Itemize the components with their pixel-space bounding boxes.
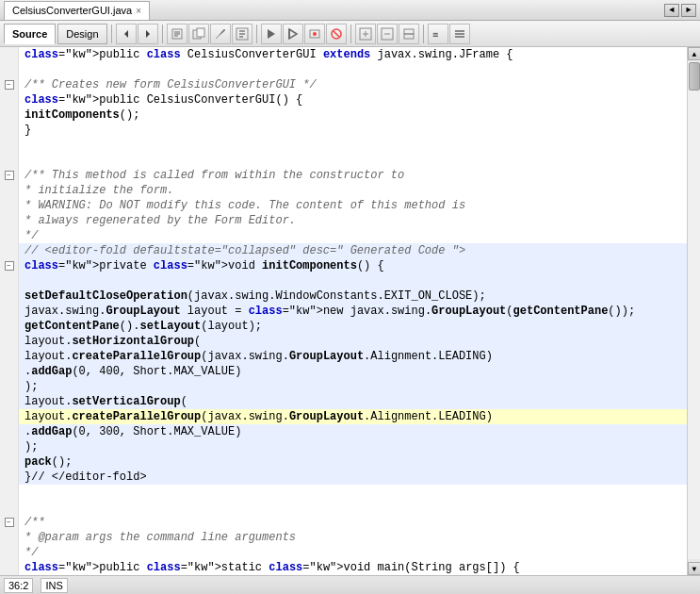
code-scroll-area[interactable]: class="kw">public class CelsiusConverter… [0,47,687,575]
toolbar-separator-2 [162,25,163,43]
line-content-12: * always regenerated by the Form Editor. [19,213,687,228]
fold-btn-15[interactable]: − [5,261,14,271]
btn-12[interactable]: ≡ [428,24,448,44]
fold-btn-32[interactable]: − [5,518,14,527]
line-content-30 [19,485,687,500]
code-line-13: */ [0,228,687,243]
svg-rect-25 [404,34,414,39]
line-content-14: // <editor-fold defaultstate="collapsed"… [19,243,687,258]
code-line-32: − /** [0,515,687,530]
code-line-2 [0,62,687,77]
code-line-4: class="kw">public CelsiusConverterGUI() … [0,92,687,107]
title-bar: CelsiusConverterGUI.java × ◄ ► [0,0,700,21]
code-line-6: } [0,123,687,138]
line-content-2 [19,62,687,77]
svg-marker-13 [289,29,297,39]
line-content-5: initComponents(); [19,107,687,123]
line-content-23: ); [19,379,687,394]
code-line-24: layout.setVerticalGroup( [0,394,687,409]
btn-13[interactable] [449,24,470,44]
svg-marker-12 [268,29,275,39]
gutter-cell-7 [0,138,19,153]
btn-5[interactable] [261,24,282,44]
edit-buttons-1 [167,24,252,44]
code-line-21: layout.createParallelGroup(javax.swing.G… [0,349,687,364]
forward-button[interactable] [138,24,158,44]
code-lines: class="kw">public class CelsiusConverter… [0,47,687,575]
code-line-7 [0,138,687,153]
code-line-8 [0,153,687,168]
gutter-cell-2 [0,62,19,77]
gutter-cell-17 [0,289,19,304]
toolbar-separator-5 [423,25,424,43]
btn-6[interactable] [283,24,303,44]
code-line-16 [0,273,687,289]
code-line-23: ); [0,379,687,394]
line-content-9: /** This method is called from within th… [19,168,687,183]
gutter-cell-24 [0,394,19,409]
code-line-12: * always regenerated by the Form Editor. [0,213,687,228]
code-line-14: // <editor-fold defaultstate="collapsed"… [0,243,687,258]
btn-10[interactable] [377,24,398,44]
btn-3[interactable] [210,24,231,44]
gutter-cell-14 [0,243,19,258]
gutter-cell-3: − [0,77,19,92]
line-content-32: /** [19,515,687,530]
line-content-4: class="kw">public CelsiusConverterGUI() … [19,92,687,107]
scroll-down-arrow[interactable]: ▼ [688,562,700,575]
svg-rect-24 [404,29,414,34]
code-line-29: }// </editor-fold> [0,470,687,485]
file-tab[interactable]: CelsiusConverterGUI.java × [4,1,150,20]
line-content-22: .addGap(0, 400, Short.MAX_VALUE) [19,364,687,379]
btn-8[interactable] [326,24,347,44]
btn-9[interactable] [355,24,376,44]
code-line-19: getContentPane().setLayout(layout); [0,319,687,334]
gutter-cell-18 [0,304,19,319]
code-line-17: setDefaultCloseOperation(javax.swing.Win… [0,289,687,304]
line-content-7 [19,138,687,153]
source-tab[interactable]: Source [4,24,56,44]
line-content-15: class="kw">private class="kw">void initC… [19,258,687,273]
design-tab[interactable]: Design [57,24,106,44]
fold-btn-3[interactable]: − [5,80,14,90]
btn-4[interactable] [232,24,252,44]
svg-point-16 [313,32,317,36]
scroll-track[interactable] [688,60,700,559]
line-content-1: class="kw">public class CelsiusConverter… [19,47,687,62]
gutter-cell-30 [0,485,19,500]
line-content-16 [19,273,687,289]
gutter-cell-13 [0,228,19,243]
line-content-33: * @param args the command line arguments [19,530,687,545]
gutter-cell-15: − [0,258,19,273]
gutter-cell-34 [0,545,19,560]
scrollbar-right[interactable]: ▲ ▼ [687,47,700,575]
prev-window-btn[interactable]: ◄ [664,4,679,17]
fold-btn-9[interactable]: − [5,171,14,180]
gutter-cell-16 [0,273,19,289]
gutter-cell-12 [0,213,19,228]
line-content-6: } [19,123,687,138]
gutter-cell-1 [0,47,19,62]
next-window-btn[interactable]: ► [681,4,696,17]
file-tab-name: CelsiusConverterGUI.java [12,5,132,16]
btn-11[interactable] [399,24,419,44]
btn-7[interactable] [304,24,325,44]
close-icon[interactable]: × [136,6,141,16]
line-content-34: */ [19,545,687,560]
back-button[interactable] [116,24,137,44]
line-content-3: /** Creates new form CelsiusConverterGUI… [19,77,687,92]
gutter-cell-22 [0,364,19,379]
line-content-31 [19,500,687,515]
btn-1[interactable] [167,24,187,44]
code-line-15: − class="kw">private class="kw">void ini… [0,258,687,273]
line-content-19: getContentPane().setLayout(layout); [19,319,687,334]
gutter-cell-31 [0,500,19,515]
scroll-up-arrow[interactable]: ▲ [688,47,700,60]
svg-marker-0 [124,30,128,38]
status-bar: 36:2 INS [0,575,700,594]
insert-mode: INS [41,578,67,593]
scroll-thumb[interactable] [689,62,700,91]
btn-2[interactable] [188,24,209,44]
line-content-26: .addGap(0, 300, Short.MAX_VALUE) [19,424,687,439]
code-line-18: javax.swing.GroupLayout layout = class="… [0,304,687,319]
